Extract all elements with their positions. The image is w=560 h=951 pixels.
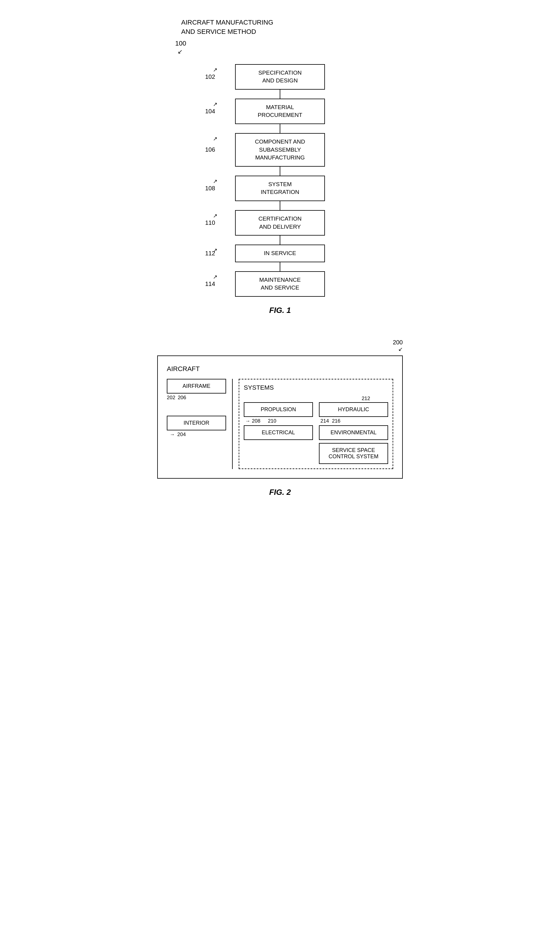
flow-diagram: 102 ↗ SPECIFICATION AND DESIGN 104 ↗ MAT… [145,64,415,297]
hydraulic-box: HYDRAULIC [319,402,388,417]
fig1-main-title: AIRCRAFT MANUFACTURING AND SERVICE METHO… [181,18,274,37]
propulsion-ref: 208 [252,418,260,424]
ref-114: 114 [205,281,215,287]
ref-106: 106 [205,146,215,153]
service-space-ref: 216 [332,418,340,424]
page-container: AIRCRAFT MANUFACTURING AND SERVICE METHO… [145,18,415,497]
fig2-caption: FIG. 2 [269,488,291,497]
airframe-box: AIRFRAME [167,379,226,394]
fig1-caption: FIG. 1 [269,306,291,315]
service-space-box: SERVICE SPACE CONTROL SYSTEM [319,443,388,464]
fig2-section: 200 ↙ AIRCRAFT AIRFRAME 202 206 [145,339,415,497]
airframe-ref: 202 [167,395,175,401]
flow-item-108: 108 ↗ SYSTEM INTEGRATION [145,176,415,201]
flow-item-106: 106 ↗ COMPONENT AND SUBASSEMBLY MANUFACT… [145,133,415,167]
flow-item-104: 104 ↗ MATERIAL PROCUREMENT [145,99,415,124]
hydraulic-ref: 212 [362,396,370,401]
systems-row4: ELECTRICAL ENVIRONMENTAL SERVICE SPACE C… [244,425,388,464]
ref-110: 110 [205,219,215,226]
electrical-box: ELECTRICAL [244,425,313,440]
environmental-ref: 214 [320,418,329,424]
systems-label: SYSTEMS [244,384,388,391]
interior-group: INTERIOR → 204 [167,416,226,438]
interior-ref-row: → 204 [167,432,226,438]
propulsion-box: PROPULSION [244,402,313,417]
environmental-box: ENVIRONMENTAL [319,425,388,440]
electrical-ref-val: 210 [268,418,276,424]
connector-5 [280,236,280,245]
environmental-col: ENVIRONMENTAL SERVICE SPACE CONTROL SYST… [319,425,388,464]
connector-3 [280,167,280,176]
connector-4 [280,201,280,210]
airframe-group: AIRFRAME 202 206 [167,379,226,401]
flow-item-112: 112 ↗ IN SERVICE [145,245,415,262]
propulsion-col: PROPULSION [244,402,313,417]
connector-1 [280,90,280,99]
flow-item-102: 102 ↗ SPECIFICATION AND DESIGN [145,64,415,90]
hydraulic-col: HYDRAULIC [319,402,388,417]
interior-ref1: 206 [178,395,186,401]
box-in-service: IN SERVICE [235,245,325,262]
flow-item-110: 110 ↗ CERTIFICATION AND DELIVERY [145,210,415,236]
aircraft-left: AIRFRAME 202 206 INTERIOR → 204 [167,379,233,469]
connector-2 [280,124,280,133]
environmental-ref-area: 214 216 [319,418,388,424]
fig2-main-arrow: ↙ [398,346,403,352]
propulsion-ref-area: → 208 210 [244,418,313,424]
fig1-section: AIRCRAFT MANUFACTURING AND SERVICE METHO… [145,18,415,315]
electrical-col: ELECTRICAL [244,425,313,464]
systems-refs-row: → 208 210 214 216 [244,418,388,424]
box-specification: SPECIFICATION AND DESIGN [235,64,325,90]
box-maintenance: MAINTENANCE AND SERVICE [235,271,325,297]
box-material: MATERIAL PROCUREMENT [235,99,325,124]
ref-102: 102 [205,73,215,80]
interior-ref2: 204 [177,432,186,438]
systems-row2: PROPULSION HYDRAULIC [244,402,388,417]
box-component: COMPONENT AND SUBASSEMBLY MANUFACTURING [235,133,325,167]
box-certification: CERTIFICATION AND DELIVERY [235,210,325,236]
aircraft-diagram: AIRCRAFT AIRFRAME 202 206 INTERIOR [157,355,403,479]
interior-box: INTERIOR [167,416,226,431]
aircraft-content: AIRFRAME 202 206 INTERIOR → 204 [167,379,393,469]
interior-ref2-arrow: → [170,432,175,438]
systems-inner: 212 PROPULSION HYDRAULIC [244,396,388,464]
connector-6 [280,262,280,271]
aircraft-label: AIRCRAFT [167,365,393,373]
ref-104: 104 [205,108,215,115]
fig1-main-ref: 100 [175,40,274,47]
fig1-main-arrow: ↙ [178,48,274,55]
hydraulic-ref-row: 212 [244,396,388,401]
flow-item-114: 114 ↗ MAINTENANCE AND SERVICE [145,271,415,297]
fig2-main-ref: 200 [393,339,403,346]
propulsion-ref-arrow: → [245,418,250,424]
airframe-refs: 202 206 [167,395,226,401]
ref-108: 108 [205,185,215,192]
systems-area: SYSTEMS 212 PROPULSION HYDRAUL [238,379,393,469]
box-system-integration: SYSTEM INTEGRATION [235,176,325,201]
